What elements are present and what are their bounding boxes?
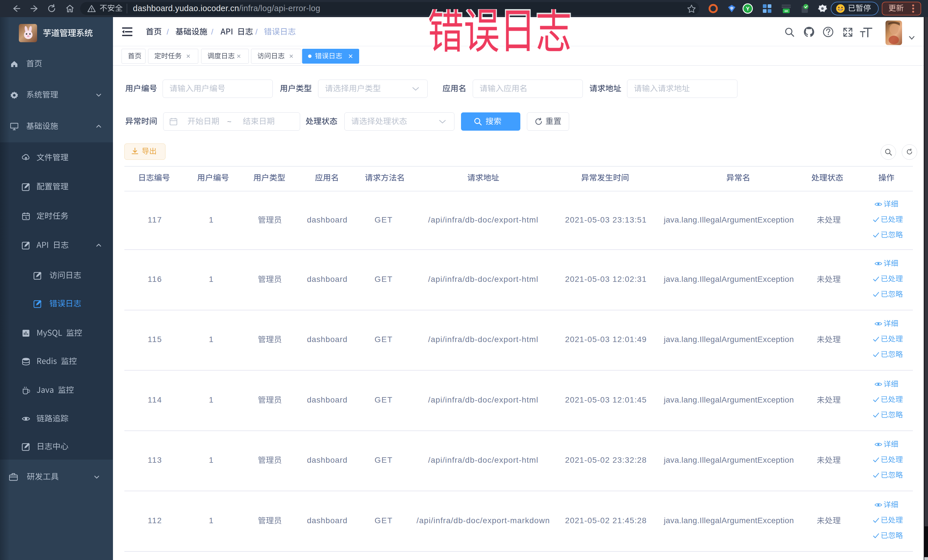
svg-text:on: on bbox=[785, 9, 788, 12]
svg-text:Y: Y bbox=[746, 6, 750, 12]
